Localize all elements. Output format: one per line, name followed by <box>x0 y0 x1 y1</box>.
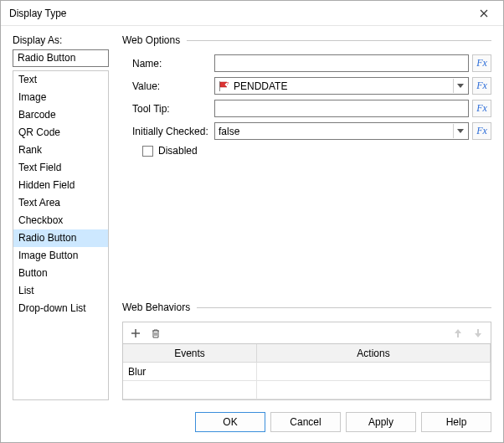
table-row[interactable]: Blur <box>123 363 491 381</box>
col-actions[interactable]: Actions <box>257 344 491 363</box>
web-options-form: Name: Fx Value: ? PENDDATE <box>122 54 491 157</box>
chevron-down-icon[interactable] <box>453 79 466 93</box>
name-input[interactable] <box>214 54 469 72</box>
list-item[interactable]: Image <box>13 89 108 106</box>
list-item[interactable]: QR Code <box>13 124 108 142</box>
name-label: Name: <box>132 58 214 70</box>
right-panel: Web Options Name: Fx Value: <box>122 34 491 400</box>
flag-icon: ? <box>219 81 230 91</box>
list-item[interactable]: Checkbox <box>13 212 108 229</box>
close-button[interactable] <box>471 3 496 23</box>
list-item[interactable]: Image Button <box>13 247 108 265</box>
col-events[interactable]: Events <box>123 344 257 363</box>
list-item[interactable]: Drop-down List <box>13 300 108 317</box>
button-bar: OK Cancel Apply Help <box>1 407 503 442</box>
titlebar: Display Type <box>1 1 503 26</box>
grid-empty-row <box>123 381 491 399</box>
plus-icon <box>131 328 141 338</box>
web-behaviors-section: Web Behaviors <box>122 301 491 400</box>
tooltip-input[interactable] <box>214 100 469 117</box>
display-type-dialog: Display Type Display As: Radio Button Te… <box>0 0 504 443</box>
spacer <box>122 157 491 295</box>
close-icon <box>480 9 488 18</box>
row-initially-checked: Initially Checked: false Fx <box>132 122 491 140</box>
action-cell[interactable] <box>257 363 491 381</box>
window-title: Display Type <box>9 8 66 19</box>
list-item[interactable]: Hidden Field <box>13 177 108 194</box>
display-as-label: Display As: <box>13 34 109 46</box>
row-value: Value: ? PENDDATE Fx <box>132 77 491 95</box>
initially-checked-text: false <box>219 126 450 137</box>
row-tooltip: Tool Tip: Fx <box>132 100 491 117</box>
disabled-checkbox[interactable] <box>142 146 153 157</box>
event-cell[interactable]: Blur <box>123 363 257 381</box>
move-down-button[interactable] <box>469 325 487 342</box>
fx-button-value[interactable]: Fx <box>472 77 491 95</box>
display-as-list[interactable]: TextImageBarcodeQR CodeRankText FieldHid… <box>13 70 109 400</box>
web-behaviors-header: Web Behaviors <box>122 301 491 313</box>
help-button[interactable]: Help <box>421 412 491 432</box>
left-panel: Display As: Radio Button TextImageBarcod… <box>13 34 109 400</box>
chevron-down-icon[interactable] <box>453 124 466 138</box>
fx-button-tooltip[interactable]: Fx <box>472 100 491 117</box>
cancel-button[interactable]: Cancel <box>270 412 341 432</box>
display-as-selected[interactable]: Radio Button <box>13 49 109 67</box>
behaviors-toolbar <box>122 322 491 343</box>
divider <box>187 40 491 41</box>
list-item[interactable]: Radio Button <box>13 229 108 247</box>
ok-button[interactable]: OK <box>195 412 265 432</box>
list-item[interactable]: Button <box>13 265 108 282</box>
web-behaviors-title: Web Behaviors <box>122 301 190 313</box>
list-item[interactable]: Barcode <box>13 106 108 124</box>
fx-button-initially-checked[interactable]: Fx <box>472 122 491 140</box>
fx-button-name[interactable]: Fx <box>472 54 491 72</box>
web-options-header: Web Options <box>122 34 491 46</box>
behaviors-grid: Events Actions Blur <box>122 343 491 400</box>
delete-button[interactable] <box>147 325 165 342</box>
value-selected-text: PENDDATE <box>234 80 450 92</box>
arrow-down-icon <box>474 328 482 338</box>
list-item[interactable]: List <box>13 282 108 300</box>
web-options-title: Web Options <box>122 34 180 46</box>
list-item[interactable]: Text Area <box>13 194 108 212</box>
disabled-label: Disabled <box>158 145 198 157</box>
value-label: Value: <box>132 80 214 92</box>
initially-checked-select[interactable]: false <box>214 122 469 140</box>
move-up-button[interactable] <box>449 325 467 342</box>
initially-checked-label: Initially Checked: <box>132 126 214 137</box>
list-item[interactable]: Text Field <box>13 159 108 177</box>
svg-text:?: ? <box>226 81 229 86</box>
trash-icon <box>151 328 161 338</box>
list-item[interactable]: Text <box>13 71 108 89</box>
row-name: Name: Fx <box>132 54 491 72</box>
apply-button[interactable]: Apply <box>346 412 416 432</box>
value-select[interactable]: ? PENDDATE <box>214 77 469 95</box>
tooltip-label: Tool Tip: <box>132 103 214 115</box>
row-disabled: Disabled <box>132 145 491 157</box>
grid-header: Events Actions <box>123 344 491 363</box>
arrow-up-icon <box>454 328 462 338</box>
list-item[interactable]: Rank <box>13 142 108 159</box>
dialog-body: Display As: Radio Button TextImageBarcod… <box>1 26 503 407</box>
add-button[interactable] <box>126 325 145 342</box>
divider <box>197 307 491 308</box>
